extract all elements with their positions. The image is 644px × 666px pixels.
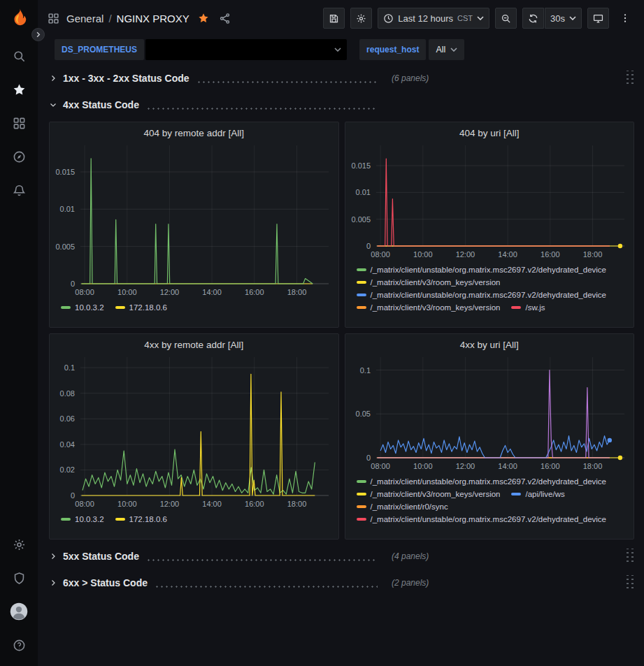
share-icon[interactable] bbox=[219, 13, 231, 24]
legend-swatch bbox=[61, 518, 71, 521]
legend-item[interactable]: 10.0.3.2 bbox=[61, 515, 104, 523]
compass-icon bbox=[13, 150, 26, 164]
variables-bar: DS_PROMETHEUS request_host All bbox=[38, 36, 644, 63]
legend-swatch bbox=[357, 480, 366, 483]
row-lead: 5xx Status Code bbox=[49, 551, 385, 562]
panels-grid: 404 by remote addr [All] 08:0010:0012:00… bbox=[49, 122, 634, 540]
legend-item[interactable]: /_matrix/client/r0/sync bbox=[357, 502, 448, 511]
zoom-out-time-button[interactable] bbox=[495, 8, 517, 29]
sidebar-item-configuration[interactable] bbox=[3, 530, 34, 559]
sidebar-item-explore[interactable] bbox=[3, 142, 34, 171]
chevron-down-icon bbox=[49, 101, 57, 109]
row-6xx-status-code[interactable]: 6xx > Status Code (2 panels) bbox=[49, 573, 634, 593]
legend-swatch bbox=[115, 306, 125, 309]
svg-text:16:00: 16:00 bbox=[541, 250, 560, 259]
chevron-right-icon bbox=[49, 579, 57, 587]
legend-item[interactable]: /api/live/ws bbox=[511, 490, 564, 498]
refresh-interval-dropdown[interactable]: 30s bbox=[545, 8, 582, 29]
chevron-down-icon bbox=[477, 16, 484, 20]
chevron-down-icon bbox=[569, 16, 576, 20]
row-title: 5xx Status Code bbox=[63, 551, 139, 562]
panel-title[interactable]: 404 by uri [All] bbox=[345, 122, 634, 141]
legend-item[interactable]: /_matrix/client/unstable/org.matrix.msc2… bbox=[357, 477, 607, 486]
sidebar-item-dashboards[interactable] bbox=[3, 108, 34, 138]
request-host-variable-value: All bbox=[436, 45, 445, 55]
legend-item[interactable]: 172.18.0.6 bbox=[115, 303, 167, 312]
datasource-variable-dropdown[interactable] bbox=[145, 39, 347, 60]
panel-title[interactable]: 4xx by uri [All] bbox=[345, 334, 634, 353]
svg-text:12:00: 12:00 bbox=[455, 250, 475, 259]
row-lead: 4xx Status Code bbox=[49, 99, 385, 110]
time-series-chart[interactable]: 08:0010:0012:0014:0016:0018:0000.0050.01… bbox=[50, 141, 338, 301]
sidebar bbox=[0, 0, 38, 666]
panel-title[interactable]: 404 by remote addr [All] bbox=[50, 122, 338, 141]
legend-label: 172.18.0.6 bbox=[129, 303, 167, 312]
help-icon bbox=[13, 639, 26, 652]
svg-text:16:00: 16:00 bbox=[245, 500, 264, 508]
chevron-down-icon bbox=[334, 48, 341, 52]
legend-item[interactable]: 10.0.3.2 bbox=[61, 303, 104, 312]
svg-text:14:00: 14:00 bbox=[202, 288, 222, 296]
legend-item[interactable]: /_matrix/client/v3/room_keys/version bbox=[357, 303, 501, 312]
cycle-view-mode-button[interactable] bbox=[587, 8, 609, 29]
row-4xx-status-code[interactable]: 4xx Status Code bbox=[49, 95, 634, 115]
panel-4xx-by-uri: 4xx by uri [All] 08:0010:0012:0014:0016:… bbox=[345, 333, 635, 540]
legend-swatch bbox=[357, 306, 366, 309]
legend-item[interactable]: /_matrix/client/unstable/org.matrix.msc2… bbox=[357, 291, 607, 299]
dashboard-body: 1xx - 3xx - 2xx Status Code (6 panels) 4… bbox=[38, 63, 644, 666]
row-5xx-status-code[interactable]: 5xx Status Code (4 panels) bbox=[49, 546, 634, 566]
breadcrumb-dashboard-title[interactable]: NGINX PROXY bbox=[117, 13, 189, 24]
more-options-button[interactable] bbox=[615, 8, 636, 29]
legend-item[interactable]: /_matrix/client/unstable/org.matrix.msc2… bbox=[357, 266, 607, 274]
legend-item[interactable]: /_matrix/client/v3/room_keys/version bbox=[357, 490, 501, 498]
request-host-variable-label[interactable]: request_host bbox=[359, 39, 426, 60]
legend-item[interactable]: 172.18.0.6 bbox=[115, 515, 167, 523]
drag-handle-icon[interactable] bbox=[624, 549, 634, 564]
sidebar-item-help[interactable] bbox=[3, 630, 34, 660]
legend-swatch bbox=[357, 493, 366, 495]
save-dashboard-button[interactable] bbox=[323, 8, 345, 29]
dashboard-settings-button[interactable] bbox=[350, 8, 372, 29]
grafana-logo[interactable] bbox=[7, 6, 31, 29]
legend-item[interactable]: /_matrix/client/unstable/org.matrix.msc2… bbox=[357, 515, 607, 523]
sidebar-item-search[interactable] bbox=[3, 41, 34, 71]
legend-item[interactable]: /_matrix/client/v3/room_keys/version bbox=[357, 278, 501, 287]
datasource-variable-label[interactable]: DS_PROMETHEUS bbox=[55, 39, 144, 60]
sidebar-item-starred[interactable] bbox=[3, 75, 34, 104]
refresh-interval-label: 30s bbox=[550, 13, 565, 24]
dotted-leader bbox=[196, 80, 378, 84]
sidebar-item-server-admin[interactable] bbox=[3, 563, 34, 593]
legend-item[interactable]: /sw.js bbox=[511, 303, 545, 312]
refresh-group: 30s bbox=[522, 8, 582, 29]
legend-label: /_matrix/client/r0/sync bbox=[371, 502, 448, 511]
chart-svg: 08:0010:0012:0014:0016:0018:0000.0050.01… bbox=[345, 141, 634, 263]
row-lead: 1xx - 3xx - 2xx Status Code bbox=[49, 73, 385, 84]
time-series-chart[interactable]: 08:0010:0012:0014:0016:0018:0000.050.1 bbox=[345, 353, 634, 475]
svg-text:08:00: 08:00 bbox=[371, 462, 390, 470]
breadcrumb-section[interactable]: General bbox=[66, 13, 103, 24]
sidebar-item-alerting[interactable] bbox=[3, 175, 34, 205]
time-series-chart[interactable]: 08:0010:0012:0014:0016:0018:0000.020.040… bbox=[50, 353, 338, 512]
sidebar-expand-button[interactable] bbox=[31, 28, 45, 41]
time-series-chart[interactable]: 08:0010:0012:0014:0016:0018:0000.0050.01… bbox=[345, 141, 634, 263]
legend-label: /_matrix/client/unstable/org.matrix.msc2… bbox=[371, 477, 607, 486]
drag-handle-icon[interactable] bbox=[624, 71, 634, 86]
svg-text:14:00: 14:00 bbox=[498, 462, 517, 470]
drag-handle-icon[interactable] bbox=[624, 575, 634, 591]
refresh-button[interactable] bbox=[522, 8, 544, 29]
legend-swatch bbox=[115, 518, 125, 521]
time-range-picker[interactable]: Last 12 hours CST bbox=[378, 8, 489, 29]
legend-label: /sw.js bbox=[525, 303, 545, 312]
sidebar-item-profile[interactable] bbox=[3, 597, 34, 626]
legend-swatch bbox=[357, 268, 366, 271]
legend: 10.0.3.2172.18.0.6 bbox=[50, 301, 338, 312]
svg-text:10:00: 10:00 bbox=[413, 462, 433, 470]
row-1xx-3xx-2xx-status-code[interactable]: 1xx - 3xx - 2xx Status Code (6 panels) bbox=[49, 68, 634, 88]
grafana-app: General / NGINX PROXY Last 12 hours bbox=[0, 0, 644, 666]
timezone-label: CST bbox=[457, 14, 473, 22]
svg-text:0.02: 0.02 bbox=[60, 465, 75, 474]
panel-title[interactable]: 4xx by remote addr [All] bbox=[50, 334, 338, 353]
request-host-variable-dropdown[interactable]: All bbox=[429, 39, 464, 60]
legend-label: 10.0.3.2 bbox=[75, 303, 104, 312]
favorite-star-icon[interactable] bbox=[198, 13, 209, 24]
